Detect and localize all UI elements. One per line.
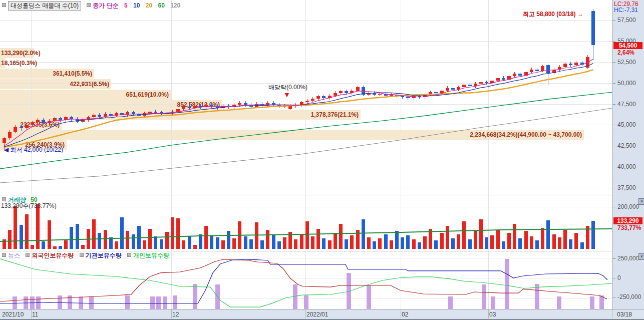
volume-bar[interactable] — [277, 241, 281, 249]
volume-bar[interactable] — [546, 220, 550, 249]
close-holdings-pane-icon[interactable]: × — [638, 253, 644, 260]
volume-bar[interactable] — [552, 234, 556, 249]
volume-bar[interactable] — [339, 224, 343, 249]
volume-bar[interactable] — [14, 206, 17, 249]
volume-bar[interactable] — [345, 239, 348, 249]
candle[interactable] — [272, 103, 275, 105]
volume-bar[interactable] — [451, 238, 455, 249]
candle[interactable] — [418, 96, 421, 97]
candle[interactable] — [334, 93, 337, 96]
news-bar[interactable] — [505, 259, 509, 309]
volume-bar[interactable] — [25, 214, 29, 249]
news-bar[interactable] — [599, 295, 604, 309]
symbol-volume-profile-label[interactable]: 대성홀딩스 매물대 수(10) — [8, 1, 81, 11]
volume-bar[interactable] — [143, 240, 146, 249]
news-bar[interactable] — [535, 284, 539, 309]
ma10-legend[interactable]: 10 — [133, 2, 140, 9]
volume-bar[interactable] — [126, 231, 129, 249]
volume-bar[interactable] — [367, 237, 371, 249]
candle[interactable] — [457, 87, 460, 90]
candle[interactable] — [3, 138, 6, 143]
volume-bar[interactable] — [311, 236, 314, 249]
news-bar[interactable] — [24, 296, 28, 309]
candle[interactable] — [429, 92, 432, 95]
volume-bar[interactable] — [76, 224, 79, 249]
candle[interactable] — [31, 122, 34, 125]
candle[interactable] — [496, 78, 500, 81]
holdings-pane[interactable]: 뉴스 외국인보유수량 기관보유수량 개인보유수량 — [0, 251, 612, 309]
price-chart-pane[interactable]: 대성홀딩스 매물대 수(10) 종가 단순 5 10 20 60 120 배당락… — [0, 0, 612, 195]
volume-bar[interactable] — [210, 235, 213, 249]
candle[interactable] — [76, 119, 79, 122]
candle[interactable] — [518, 74, 522, 75]
news-bar[interactable] — [367, 285, 371, 309]
volume-bar[interactable] — [137, 226, 141, 249]
candle[interactable] — [53, 118, 57, 121]
volume-bar[interactable] — [204, 226, 208, 249]
candle[interactable] — [395, 95, 399, 96]
candle[interactable] — [199, 106, 202, 107]
ma-legend-label[interactable]: 종가 단순 — [93, 2, 118, 9]
candle[interactable] — [98, 115, 101, 116]
news-bar[interactable] — [482, 284, 486, 309]
candle[interactable] — [580, 63, 584, 64]
candle[interactable] — [25, 125, 29, 128]
volume-bar[interactable] — [418, 242, 421, 249]
news-bar[interactable] — [150, 296, 155, 309]
price-axis[interactable]: LC:29,76 HC:-7,31 54,500 2,64% 200,000 1… — [612, 0, 644, 309]
volume-bar[interactable] — [541, 228, 544, 249]
ma120-legend[interactable]: 120 — [170, 2, 180, 9]
candle[interactable] — [204, 105, 208, 107]
volume-bar[interactable] — [316, 229, 320, 249]
volume-bar[interactable] — [485, 237, 488, 249]
volume-bar[interactable] — [373, 241, 376, 249]
volume-bar[interactable] — [524, 231, 528, 249]
volume-bar[interactable] — [563, 230, 567, 249]
volume-bar[interactable] — [160, 239, 163, 249]
ma20-legend[interactable]: 20 — [146, 2, 152, 9]
candle[interactable] — [305, 101, 309, 102]
volume-bar[interactable] — [87, 229, 90, 249]
news-bar[interactable] — [557, 296, 561, 309]
volume-bar[interactable] — [350, 235, 354, 249]
candle[interactable] — [468, 85, 472, 86]
candle[interactable] — [322, 96, 326, 98]
volume-bar[interactable] — [171, 217, 174, 249]
candle[interactable] — [535, 70, 539, 71]
candle[interactable] — [474, 84, 477, 86]
candle[interactable] — [64, 117, 68, 120]
volume-bar[interactable] — [115, 241, 118, 249]
candle[interactable] — [227, 106, 230, 107]
volume-bar[interactable] — [249, 239, 253, 249]
candle[interactable] — [530, 70, 533, 72]
candle[interactable] — [154, 112, 157, 113]
candle[interactable] — [311, 99, 314, 100]
volume-bar[interactable] — [574, 233, 578, 249]
candle[interactable] — [260, 104, 264, 106]
volume-bar[interactable] — [580, 242, 584, 249]
volume-bar[interactable] — [36, 204, 40, 249]
candle[interactable] — [266, 103, 269, 106]
candle[interactable] — [485, 82, 488, 83]
volume-bar[interactable] — [148, 229, 152, 249]
volume-bar[interactable] — [328, 240, 332, 249]
volume-bar[interactable] — [305, 221, 309, 249]
volume-bar[interactable] — [558, 237, 561, 249]
candle[interactable] — [36, 120, 40, 122]
candle[interactable] — [14, 127, 17, 132]
news-bar[interactable] — [304, 295, 308, 309]
candle[interactable] — [20, 127, 23, 128]
news-bar[interactable] — [68, 295, 72, 309]
candle[interactable] — [479, 82, 483, 84]
volume-bar[interactable] — [64, 240, 68, 249]
volume-bar[interactable] — [154, 236, 157, 249]
volume-bar[interactable] — [221, 240, 225, 249]
candle[interactable] — [294, 105, 297, 106]
volume-bar[interactable] — [378, 238, 382, 249]
candle[interactable] — [401, 96, 404, 97]
candle[interactable] — [586, 57, 589, 68]
volume-bar[interactable] — [294, 239, 297, 249]
volume-bar[interactable] — [462, 221, 466, 249]
candle[interactable] — [339, 91, 343, 93]
candle[interactable] — [546, 65, 550, 73]
